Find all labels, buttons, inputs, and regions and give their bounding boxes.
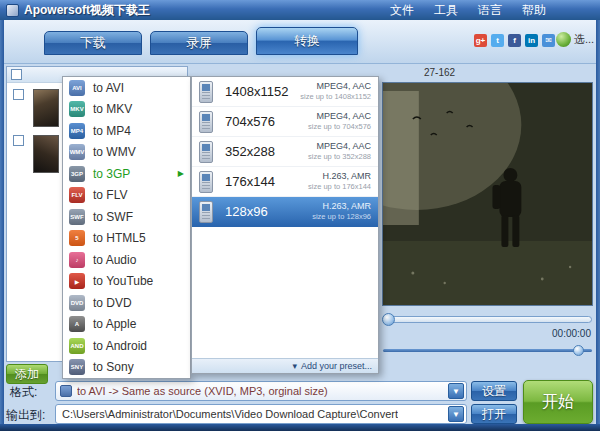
avi-icon: AVI — [69, 80, 85, 96]
menu-item-label: to FLV — [93, 188, 127, 202]
add-button[interactable]: 添加 — [6, 364, 48, 384]
menu-item-to-android[interactable]: AND to Android — [63, 335, 190, 357]
seek-bar[interactable] — [383, 316, 592, 323]
output-dropdown-arrow-icon[interactable]: ▼ — [448, 406, 464, 422]
preset-codec: H.263, AMR — [308, 171, 371, 183]
sony-icon: SNY — [69, 359, 85, 375]
menu-item-to-flv[interactable]: FLV to FLV — [63, 185, 190, 207]
options-label: 选... — [574, 32, 594, 47]
format-dropdown-arrow-icon[interactable]: ▼ — [448, 383, 464, 399]
time-display: 00:00:00 — [552, 328, 591, 339]
phone-icon — [199, 111, 213, 133]
preset-size: size up to 176x144 — [308, 182, 371, 192]
tab-convert[interactable]: 转换 — [256, 27, 358, 55]
preset-size: size up to 128x96 — [312, 212, 371, 222]
menu-tools[interactable]: 工具 — [424, 2, 468, 19]
item-checkbox[interactable] — [13, 135, 24, 146]
menu-item-label: to Android — [93, 339, 147, 353]
menu-item-label: to HTML5 — [93, 231, 146, 245]
google-plus-icon[interactable]: g+ — [474, 34, 487, 47]
options-button[interactable]: 选... — [556, 32, 596, 47]
menu-item-to-audio[interactable]: ♪ to Audio — [63, 249, 190, 271]
dvd-icon: DVD — [69, 295, 85, 311]
output-label: 输出到: — [6, 407, 45, 424]
menu-item-to-wmv[interactable]: WMV to WMV — [63, 142, 190, 164]
tab-record[interactable]: 录屏 — [150, 31, 248, 55]
settings-button[interactable]: 设置 — [471, 381, 517, 401]
twitter-icon[interactable]: t — [491, 34, 504, 47]
window-frame-bottom — [0, 424, 600, 431]
preset-item-1408x1152[interactable]: 1408x1152 MPEG4, AAC size up to 1408x115… — [192, 77, 378, 107]
menu-language[interactable]: 语言 — [468, 2, 512, 19]
menu-item-label: to 3GP — [93, 167, 130, 181]
preset-size: size up to 352x288 — [308, 152, 371, 162]
window-frame-left — [0, 20, 4, 431]
start-button[interactable]: 开始 — [523, 380, 593, 424]
preview-panel: 27-162 — [381, 66, 594, 374]
menu-item-label: to Apple — [93, 317, 136, 331]
mp4-icon: MP4 — [69, 123, 85, 139]
menu-item-label: to MKV — [93, 102, 132, 116]
video-player — [382, 82, 593, 306]
menu-item-to-mp4[interactable]: MP4 to MP4 — [63, 120, 190, 142]
item-checkbox[interactable] — [13, 89, 24, 100]
preset-codec: MPEG4, AAC — [300, 81, 371, 93]
menu-help[interactable]: 帮助 — [512, 2, 556, 19]
volume-handle[interactable] — [573, 345, 584, 356]
menu-item-to-youtube[interactable]: ▶ to YouTube — [63, 271, 190, 293]
format-menu: AVI to AVI MKV to MKV MP4 to MP4 WMV to … — [62, 76, 191, 379]
menu-item-to-html5[interactable]: 5 to HTML5 — [63, 228, 190, 250]
preset-submenu: 1408x1152 MPEG4, AAC size up to 1408x115… — [191, 76, 379, 374]
menu-item-to-mkv[interactable]: MKV to MKV — [63, 99, 190, 121]
menu-item-to-apple[interactable]: A to Apple — [63, 314, 190, 336]
preset-item-128x96[interactable]: 128x96 H.263, AMR size up to 128x96 — [192, 197, 378, 227]
volume-slider[interactable] — [383, 349, 592, 352]
menu-item-to-sony[interactable]: SNY to Sony — [63, 357, 190, 379]
preset-item-704x576[interactable]: 704x576 MPEG4, AAC size up to 704x576 — [192, 107, 378, 137]
html5-icon: 5 — [69, 230, 85, 246]
select-all-checkbox[interactable] — [11, 69, 22, 80]
phone-icon — [199, 171, 213, 193]
preset-item-176x144[interactable]: 176x144 H.263, AMR size up to 176x144 — [192, 167, 378, 197]
preset-resolution: 1408x1152 — [225, 84, 288, 99]
menu-item-label: to SWF — [93, 210, 133, 224]
facebook-icon[interactable]: f — [508, 34, 521, 47]
menu-item-to-avi[interactable]: AVI to AVI — [63, 77, 190, 99]
menu-item-label: to MP4 — [93, 124, 131, 138]
wmv-icon: WMV — [69, 144, 85, 160]
add-preset-label: Add your preset... — [301, 361, 372, 371]
phone-icon — [199, 201, 213, 223]
preset-resolution: 704x576 — [225, 114, 275, 129]
menu-item-label: to WMV — [93, 145, 136, 159]
app-window: Apowersoft视频下载王 文件 工具 语言 帮助 下载 录屏 转换 g+ … — [0, 0, 600, 431]
options-icon — [556, 32, 571, 47]
add-preset-button[interactable]: ▾ Add your preset... — [192, 358, 378, 373]
preset-codec: MPEG4, AAC — [308, 111, 371, 123]
menu-item-to-dvd[interactable]: DVD to DVD — [63, 292, 190, 314]
preset-resolution: 176x144 — [225, 174, 275, 189]
output-path-combobox[interactable]: C:\Users\Administrator\Documents\Video D… — [55, 404, 467, 424]
seek-handle[interactable] — [382, 313, 395, 326]
linkedin-icon[interactable]: in — [525, 34, 538, 47]
menu-item-to-swf[interactable]: SWF to SWF — [63, 206, 190, 228]
menu-item-to-3gp[interactable]: 3GP to 3GP ▶ — [63, 163, 190, 185]
title-bar: Apowersoft视频下载王 文件 工具 语言 帮助 — [0, 0, 600, 20]
preset-item-352x288[interactable]: 352x288 MPEG4, AAC size up to 352x288 — [192, 137, 378, 167]
open-button[interactable]: 打开 — [471, 404, 517, 424]
phone-icon — [199, 81, 213, 103]
phone-icon — [199, 141, 213, 163]
youtube-icon: ▶ — [69, 273, 85, 289]
mkv-icon: MKV — [69, 101, 85, 117]
email-icon[interactable]: ✉ — [542, 34, 555, 47]
format-combobox[interactable]: to AVI -> Same as source (XVID, MP3, org… — [55, 381, 467, 401]
swf-icon: SWF — [69, 209, 85, 225]
menu-file[interactable]: 文件 — [380, 2, 424, 19]
tab-download[interactable]: 下载 — [44, 31, 142, 55]
output-path-value: C:\Users\Administrator\Documents\Video D… — [62, 408, 398, 420]
format-icon — [60, 385, 72, 397]
tab-bar: 下载 录屏 转换 g+ t f in ✉ 选... — [4, 20, 596, 64]
window-title: Apowersoft视频下载王 — [24, 2, 150, 19]
video-preview-image — [383, 83, 592, 305]
preview-video-title: 27-162 — [424, 66, 594, 80]
preset-resolution: 128x96 — [225, 204, 268, 219]
